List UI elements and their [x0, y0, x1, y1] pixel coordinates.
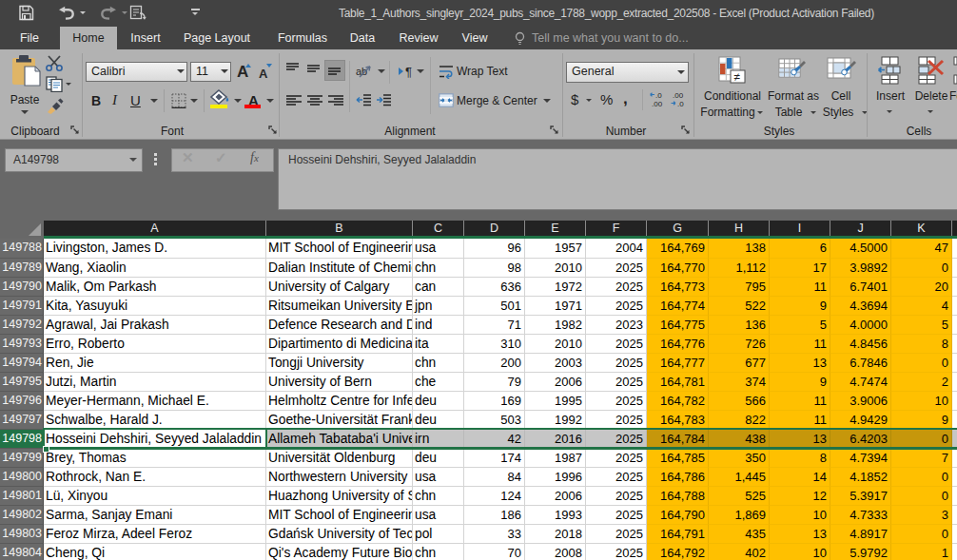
svg-text:.00: .00 — [673, 91, 684, 100]
svg-text:≠: ≠ — [734, 70, 741, 84]
svg-text:.00: .00 — [652, 100, 663, 107]
svg-text:.0: .0 — [677, 100, 684, 107]
svg-text:.0: .0 — [655, 91, 662, 100]
